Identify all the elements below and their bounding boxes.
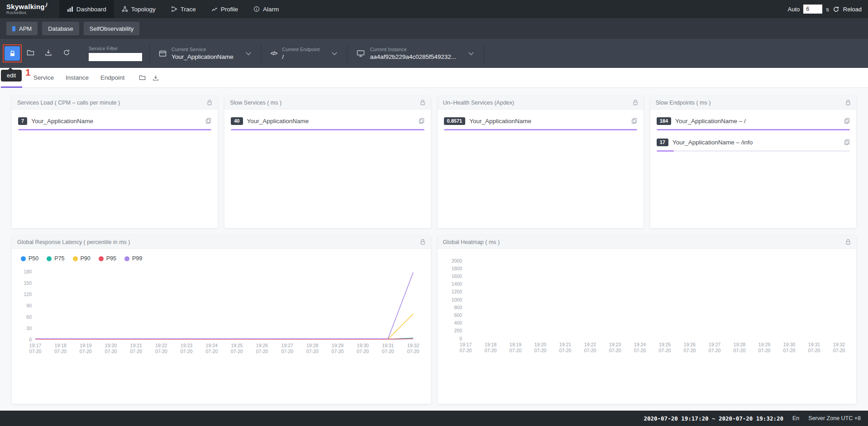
- lock-icon[interactable]: [845, 239, 851, 245]
- reload-label[interactable]: Reload: [843, 6, 862, 13]
- lock-icon: [9, 50, 16, 57]
- card-title: Global Heatmap ( ms ): [443, 239, 500, 245]
- chevron-down-icon: [246, 50, 251, 55]
- svg-text:19:24: 19:24: [206, 343, 218, 348]
- pages-bar: APM Database SelfObservability: [0, 18, 868, 39]
- service-row[interactable]: 0.8571 Your_ApplicationName: [444, 115, 637, 130]
- trace-icon: [171, 6, 177, 12]
- import-template-button[interactable]: [23, 46, 38, 61]
- legend-dot: [47, 256, 52, 261]
- toolbar-divider: [261, 44, 262, 62]
- tab-instance[interactable]: Instance: [66, 74, 89, 81]
- service-row[interactable]: 7 Your_ApplicationName: [18, 115, 211, 130]
- svg-text:07-20: 07-20: [534, 348, 546, 353]
- legend-dot: [21, 256, 26, 261]
- svg-text:19:28: 19:28: [306, 343, 318, 348]
- nav-item-alarm[interactable]: Alarm: [246, 0, 286, 18]
- topology-icon: [122, 6, 128, 12]
- svg-text:19:17: 19:17: [29, 343, 41, 348]
- nav-item-label: Trace: [181, 6, 196, 13]
- current-instance-selector[interactable]: Current Instance aa4af92b229a4c0285f5492…: [355, 47, 477, 60]
- svg-text:07-20: 07-20: [357, 349, 369, 354]
- dashboard-icon: [67, 6, 73, 12]
- lock-icon[interactable]: [207, 100, 212, 105]
- endpoint-name: Your_ApplicationName – /info: [672, 139, 844, 146]
- legend-item-p90[interactable]: P90: [73, 255, 91, 262]
- chart-legend: P50 P75 P90 P95 P99: [12, 249, 431, 263]
- svg-text:07-20: 07-20: [559, 348, 571, 353]
- copy-icon[interactable]: [419, 118, 424, 124]
- auto-unit-label: s: [826, 6, 829, 13]
- service-icon: [159, 50, 167, 57]
- nav-item-label: Dashboard: [76, 6, 106, 13]
- svg-text:07-20: 07-20: [382, 349, 394, 354]
- language-switch[interactable]: En: [792, 415, 799, 421]
- legend-item-p95[interactable]: P95: [99, 255, 116, 262]
- svg-text:19:23: 19:23: [609, 342, 620, 347]
- server-zone: Server Zone UTC +8: [808, 415, 861, 421]
- svg-text:19:25: 19:25: [658, 342, 670, 347]
- nav-item-dashboard[interactable]: Dashboard: [59, 0, 114, 18]
- tab-endpoint[interactable]: Endpoint: [100, 74, 124, 81]
- svg-text:19:27: 19:27: [281, 343, 293, 348]
- legend-item-p75[interactable]: P75: [47, 255, 64, 262]
- card-unhealth-services: Un–Health Services (Apdex) 0.8571 Your_A…: [438, 96, 644, 228]
- nav-item-topology[interactable]: Topology: [114, 0, 163, 18]
- lock-icon[interactable]: [845, 100, 851, 105]
- lock-icon[interactable]: [420, 100, 425, 105]
- svg-text:19:17: 19:17: [459, 342, 471, 347]
- svg-text:07-20: 07-20: [459, 348, 472, 353]
- svg-text:07-20: 07-20: [231, 349, 243, 354]
- legend-item-p50[interactable]: P50: [21, 255, 38, 262]
- card-global-response-latency: Global Response Latency ( percentile in …: [12, 235, 431, 404]
- current-endpoint-selector[interactable]: </> Current Endpoint /: [269, 47, 340, 60]
- svg-text:07-20: 07-20: [808, 348, 820, 353]
- tab-service[interactable]: Service: [33, 74, 54, 81]
- legend-dot: [73, 256, 78, 261]
- status-footer: 2020-07-20 19:17:20 ~ 2020-07-20 19:32:2…: [0, 411, 868, 426]
- svg-text:120: 120: [24, 292, 32, 297]
- copy-icon[interactable]: [205, 118, 211, 124]
- export-template-button[interactable]: [41, 46, 56, 61]
- svg-text:07-20: 07-20: [609, 348, 621, 353]
- metric-bar: [18, 129, 211, 130]
- app-root: Skywalking) Rocketbot Dashboard Topology…: [0, 0, 868, 426]
- download-icon: [45, 49, 52, 58]
- download-icon[interactable]: [153, 75, 159, 81]
- lock-edit-button[interactable]: [5, 46, 20, 61]
- page-tab-database[interactable]: Database: [42, 22, 79, 35]
- metric-bar: [231, 129, 424, 130]
- copy-icon[interactable]: [631, 118, 637, 124]
- service-filter-input[interactable]: [89, 53, 142, 61]
- svg-text:07-20: 07-20: [332, 349, 344, 354]
- reload-icon[interactable]: [833, 6, 839, 13]
- selector-value: /: [282, 53, 320, 60]
- endpoint-row[interactable]: 184 Your_ApplicationName – /: [657, 115, 850, 130]
- copy-icon[interactable]: [844, 118, 850, 124]
- copy-icon[interactable]: [844, 139, 850, 145]
- sync-templates-button[interactable]: [59, 46, 74, 61]
- folder-icon[interactable]: [139, 75, 146, 81]
- endpoint-row[interactable]: 17 Your_ApplicationName – /info: [657, 136, 850, 152]
- svg-text:07-20: 07-20: [484, 348, 496, 353]
- svg-text:19:21: 19:21: [559, 342, 571, 347]
- page-tab-apm[interactable]: APM: [6, 22, 38, 35]
- latency-line-chart: 030609012015018019:1707-2019:1807-2019:1…: [14, 265, 424, 361]
- page-tab-selfobservability[interactable]: SelfObservability: [84, 22, 140, 35]
- annotation-number: 1: [25, 67, 31, 78]
- svg-text:19:28: 19:28: [733, 342, 745, 347]
- selector-label: Current Endpoint: [282, 47, 320, 52]
- current-service-selector[interactable]: Current Service Your_ApplicationName: [157, 47, 254, 60]
- auto-interval-input[interactable]: [803, 5, 822, 14]
- service-row[interactable]: 40 Your_ApplicationName: [231, 115, 424, 130]
- svg-text:19:22: 19:22: [584, 342, 596, 347]
- nav-item-profile[interactable]: Profile: [204, 0, 246, 18]
- legend-item-p99[interactable]: P99: [124, 255, 142, 262]
- lock-icon[interactable]: [633, 100, 638, 105]
- nav-item-trace[interactable]: Trace: [163, 0, 204, 18]
- lock-icon[interactable]: [420, 239, 425, 245]
- endpoint-icon: </>: [271, 50, 277, 57]
- svg-text:19:19: 19:19: [509, 342, 521, 347]
- profile-icon: [211, 6, 218, 12]
- svg-text:19:23: 19:23: [181, 343, 192, 348]
